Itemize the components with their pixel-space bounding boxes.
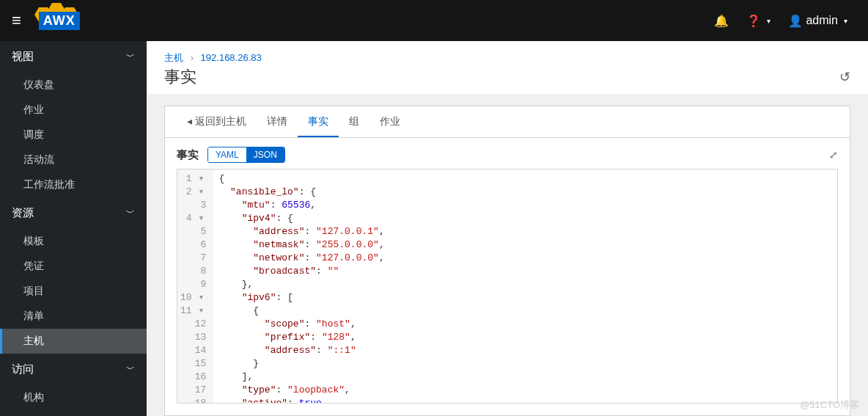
content-card: 返回到主机 详情 事实 组 作业 事实 YAML JSON ⤢ — [164, 106, 850, 416]
line-gutter: 1 ▾2 ▾34 ▾5678910 ▾11 ▾1213141516171819 — [177, 169, 213, 403]
chevron-down-icon: ▾ — [844, 17, 847, 25]
sidebar: 视图﹀仪表盘作业调度活动流工作流批准资源﹀模板凭证项目清单主机访问﹀机构用户团队 — [0, 41, 147, 416]
tab-groups[interactable]: 组 — [339, 106, 369, 137]
sidebar-item[interactable]: 作业 — [0, 98, 147, 123]
chevron-down-icon: ﹀ — [126, 363, 135, 376]
sidebar-item[interactable]: 活动流 — [0, 147, 147, 172]
code-content[interactable]: { "ansible_lo": { "mtu": 65536, "ipv4": … — [213, 169, 390, 403]
sidebar-item[interactable]: 主机 — [0, 329, 147, 354]
format-yaml-button[interactable]: YAML — [208, 147, 246, 162]
tab-bar: 返回到主机 详情 事实 组 作业 — [165, 106, 850, 138]
menu-toggle-icon[interactable]: ≡ — [12, 11, 21, 30]
breadcrumb-current[interactable]: 192.168.26.83 — [201, 52, 262, 63]
history-icon[interactable]: ↺ — [839, 69, 850, 85]
tab-jobs[interactable]: 作业 — [369, 106, 411, 137]
sidebar-section[interactable]: 资源﹀ — [0, 197, 147, 229]
breadcrumb-root[interactable]: 主机 — [164, 52, 183, 63]
tab-detail[interactable]: 详情 — [257, 106, 298, 137]
sidebar-item[interactable]: 用户 — [0, 410, 147, 416]
chevron-right-icon: › — [191, 52, 194, 63]
chevron-down-icon: ﹀ — [126, 51, 135, 63]
help-icon[interactable]: ❓▾ — [746, 14, 770, 28]
sidebar-item[interactable]: 工作流批准 — [0, 172, 147, 197]
notifications-icon[interactable]: 🔔 — [714, 14, 729, 28]
sidebar-item[interactable]: 清单 — [0, 304, 147, 329]
top-bar: ≡ AWX 🔔 ❓▾ 👤 admin ▾ — [0, 0, 868, 41]
tab-back-to-hosts[interactable]: 返回到主机 — [177, 106, 257, 137]
user-icon: 👤 — [788, 14, 803, 28]
sidebar-item[interactable]: 凭证 — [0, 254, 147, 279]
expand-icon[interactable]: ⤢ — [829, 149, 838, 161]
logo[interactable]: AWX — [30, 6, 89, 35]
format-json-button[interactable]: JSON — [246, 147, 284, 162]
sidebar-section[interactable]: 访问﹀ — [0, 354, 147, 385]
sidebar-item[interactable]: 仪表盘 — [0, 73, 147, 98]
user-menu[interactable]: 👤 admin ▾ — [788, 14, 847, 28]
sidebar-item[interactable]: 项目 — [0, 279, 147, 304]
main-content: 主机 › 192.168.26.83 事实 ↺ 返回到主机 详情 事实 组 作业 — [147, 41, 868, 416]
chevron-down-icon: ﹀ — [126, 207, 135, 219]
user-label: admin — [806, 14, 838, 27]
facts-section-label: 事实 — [177, 148, 199, 162]
sidebar-item[interactable]: 调度 — [0, 123, 147, 147]
format-toggle: YAML JSON — [207, 147, 285, 163]
chevron-down-icon: ▾ — [767, 17, 770, 25]
sidebar-section[interactable]: 视图﹀ — [0, 41, 147, 73]
logo-text: AWX — [39, 12, 80, 30]
sidebar-item[interactable]: 机构 — [0, 385, 147, 410]
tab-facts[interactable]: 事实 — [298, 106, 339, 137]
page-title: 事实 — [164, 66, 196, 88]
code-editor[interactable]: 1 ▾2 ▾34 ▾5678910 ▾11 ▾1213141516171819 … — [177, 169, 838, 404]
sidebar-item[interactable]: 模板 — [0, 229, 147, 254]
breadcrumb: 主机 › 192.168.26.83 — [164, 51, 850, 65]
